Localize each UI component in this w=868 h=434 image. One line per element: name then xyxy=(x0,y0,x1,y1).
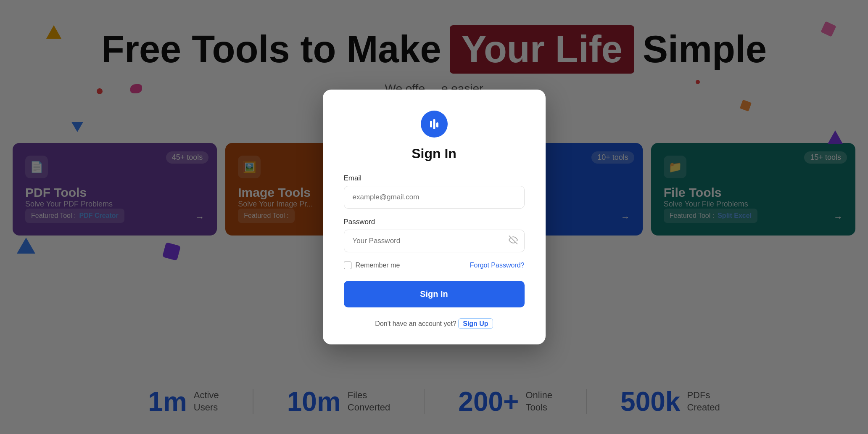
signin-modal: Sign In Email Password Remember me Forgo… xyxy=(323,90,546,344)
form-options-row: Remember me Forgot Password? xyxy=(344,262,525,269)
remember-me-label[interactable]: Remember me xyxy=(344,262,400,269)
remember-me-checkbox[interactable] xyxy=(344,262,351,269)
password-label: Password xyxy=(344,218,525,226)
footer-text: Don't have an account yet? xyxy=(375,320,456,327)
remember-me-text: Remember me xyxy=(356,262,400,269)
logo-icon xyxy=(427,116,442,132)
eye-slash-icon xyxy=(509,236,518,245)
modal-footer: Don't have an account yet? Sign Up xyxy=(344,320,525,328)
modal-logo-area xyxy=(344,111,525,138)
signup-link[interactable]: Sign Up xyxy=(458,318,493,329)
svg-rect-1 xyxy=(433,119,435,129)
email-label: Email xyxy=(344,174,525,183)
signin-button[interactable]: Sign In xyxy=(344,281,525,307)
svg-rect-0 xyxy=(430,121,432,127)
email-input[interactable] xyxy=(344,186,525,209)
forgot-password-link[interactable]: Forgot Password? xyxy=(470,262,525,269)
password-wrapper xyxy=(344,230,525,252)
modal-backdrop: Sign In Email Password Remember me Forgo… xyxy=(0,0,868,434)
password-toggle-button[interactable] xyxy=(509,236,518,247)
svg-rect-2 xyxy=(436,122,438,127)
password-input[interactable] xyxy=(344,230,525,252)
modal-title: Sign In xyxy=(344,146,525,161)
app-logo xyxy=(421,111,448,138)
